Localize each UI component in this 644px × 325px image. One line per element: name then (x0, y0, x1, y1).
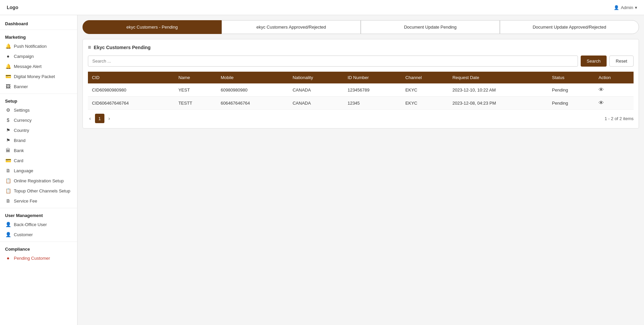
tab-doc-update-pending[interactable]: Document Update Pending (361, 20, 500, 34)
divider (0, 94, 77, 94)
col-header-action: Action (594, 72, 634, 83)
view-button[interactable]: 👁 (599, 100, 604, 106)
sidebar-item-country[interactable]: ⚑ Country (0, 125, 77, 135)
card-icon: 💳 (5, 158, 11, 163)
cell-channel: EKYC (401, 83, 449, 97)
admin-menu[interactable]: 👤 Admin ▾ (614, 5, 637, 10)
main-content: ekyc Customers - Pending ekyc Customers … (77, 15, 644, 325)
sidebar-item-label: Campaign (14, 54, 34, 59)
sidebar-section-dashboard: Dashboard (0, 19, 77, 28)
data-table: CID Name Mobile Nationality ID Number Ch… (88, 72, 634, 110)
pagination: ‹ 1 › 1 - 2 of 2 items (88, 114, 634, 123)
cell-cid: CID60980980980 (88, 83, 174, 97)
sidebar-item-label: Topup Other Channels Setup (14, 188, 70, 193)
sidebar-item-label: Banner (14, 84, 28, 89)
table-header-row: CID Name Mobile Nationality ID Number Ch… (88, 72, 634, 83)
user-icon: 👤 (5, 232, 11, 237)
search-input[interactable] (88, 56, 578, 67)
sidebar-item-digital-money-packet[interactable]: 💳 Digital Money Packet (0, 71, 77, 81)
prev-page-button[interactable]: ‹ (88, 115, 92, 122)
sidebar-item-bank[interactable]: 🏛 Bank (0, 145, 77, 155)
cell-action: 👁 (594, 97, 634, 110)
sidebar-item-online-registration-setup[interactable]: 📋 Online Registration Setup (0, 176, 77, 186)
section-header: ≡ Ekyc Customers Pending (88, 44, 634, 50)
sidebar-item-brand[interactable]: ⚑ Brand (0, 135, 77, 145)
sidebar-item-label: Bank (14, 148, 24, 153)
divider (0, 208, 77, 208)
wallet-icon: 💳 (5, 74, 11, 79)
sidebar-item-back-office-user[interactable]: 👤 Back-Office User (0, 219, 77, 229)
cell-request-date: 2023-12-08, 04:23 PM (448, 97, 548, 110)
sidebar-item-label: Customer (14, 232, 33, 237)
bell-icon: 🔔 (5, 43, 11, 49)
gear-icon: ⚙ (5, 107, 11, 113)
sidebar: Dashboard Marketing 🔔 Push Notification … (0, 15, 77, 325)
image-icon: 🖼 (5, 84, 11, 89)
app-header: Logo 👤 Admin ▾ (0, 0, 644, 15)
sidebar-item-label: Country (14, 128, 29, 133)
menu-icon: ≡ (88, 44, 91, 50)
sidebar-item-banner[interactable]: 🖼 Banner (0, 81, 77, 92)
sidebar-item-label: Message Alert (14, 64, 41, 69)
circle-icon: ● (5, 255, 11, 261)
sidebar-item-label: Settings (14, 108, 30, 113)
sidebar-item-card[interactable]: 💳 Card (0, 155, 77, 166)
language-icon: 🗎 (5, 168, 11, 173)
sidebar-section-compliance: Compliance (0, 244, 77, 253)
sidebar-item-message-alert[interactable]: 🔔 Message Alert (0, 61, 77, 71)
sidebar-item-customer[interactable]: 👤 Customer (0, 229, 77, 240)
cell-id-number: 12345 (344, 97, 401, 110)
tabs-bar: ekyc Customers - Pending ekyc Customers … (83, 20, 639, 34)
tab-ekyc-approved-rejected[interactable]: ekyc Customers Approved/Rejected (222, 20, 361, 34)
cell-name: TESTT (174, 97, 217, 110)
col-header-mobile: Mobile (217, 72, 288, 83)
sidebar-item-label: Brand (14, 138, 26, 143)
currency-icon: $ (5, 117, 11, 123)
reset-button[interactable]: Reset (609, 56, 634, 67)
search-bar: Search Reset (88, 56, 634, 67)
sidebar-item-topup-other-channels[interactable]: 📋 Topup Other Channels Setup (0, 186, 77, 196)
cell-channel: EKYC (401, 97, 449, 110)
person-icon: 👤 (614, 5, 619, 10)
col-header-name: Name (174, 72, 217, 83)
sidebar-item-label: Language (14, 168, 33, 173)
sidebar-item-language[interactable]: 🗎 Language (0, 166, 77, 176)
flag-icon: ⚑ (5, 128, 11, 133)
fee-icon: 🗎 (5, 198, 11, 204)
sidebar-item-push-notification[interactable]: 🔔 Push Notification (0, 41, 77, 51)
col-header-id-number: ID Number (344, 72, 401, 83)
next-page-button[interactable]: › (107, 115, 111, 122)
sidebar-item-currency[interactable]: $ Currency (0, 115, 77, 125)
sidebar-section-user-management: User Management (0, 210, 77, 219)
cell-nationality: CANADA (289, 83, 344, 97)
sidebar-section-setup: Setup (0, 96, 77, 105)
tab-label: ekyc Customers Approved/Rejected (256, 25, 326, 30)
col-header-channel: Channel (401, 72, 449, 83)
sidebar-item-service-fee[interactable]: 🗎 Service Fee (0, 196, 77, 206)
col-header-status: Status (548, 72, 594, 83)
cell-nationality: CANADA (289, 97, 344, 110)
view-button[interactable]: 👁 (599, 87, 604, 93)
cell-action: 👁 (594, 83, 634, 97)
page-1-button[interactable]: 1 (95, 114, 104, 123)
tab-label: Document Update Approved/Rejected (533, 25, 606, 30)
sidebar-item-label: Back-Office User (14, 222, 47, 227)
cell-status: Pending (548, 97, 594, 110)
admin-label: Admin (621, 5, 633, 10)
cell-id-number: 123456789 (344, 83, 401, 97)
sidebar-item-campaign[interactable]: ● Campaign (0, 51, 77, 61)
cell-name: YEST (174, 83, 217, 97)
search-button[interactable]: Search (581, 56, 607, 67)
divider (0, 30, 77, 30)
sidebar-item-label: Push Notification (14, 44, 47, 49)
admin-chevron-icon: ▾ (635, 5, 637, 10)
tab-ekyc-pending[interactable]: ekyc Customers - Pending (83, 20, 222, 34)
tab-doc-update-approved-rejected[interactable]: Document Update Approved/Rejected (500, 20, 639, 34)
cell-request-date: 2023-12-10, 10:22 AM (448, 83, 548, 97)
cell-cid: CID606467646764 (88, 97, 174, 110)
col-header-nationality: Nationality (289, 72, 344, 83)
col-header-request-date: Request Date (448, 72, 548, 83)
sidebar-item-settings[interactable]: ⚙ Settings (0, 105, 77, 115)
list-icon: 📋 (5, 188, 11, 193)
sidebar-item-pending-customer[interactable]: ● Pending Customer (0, 253, 77, 263)
